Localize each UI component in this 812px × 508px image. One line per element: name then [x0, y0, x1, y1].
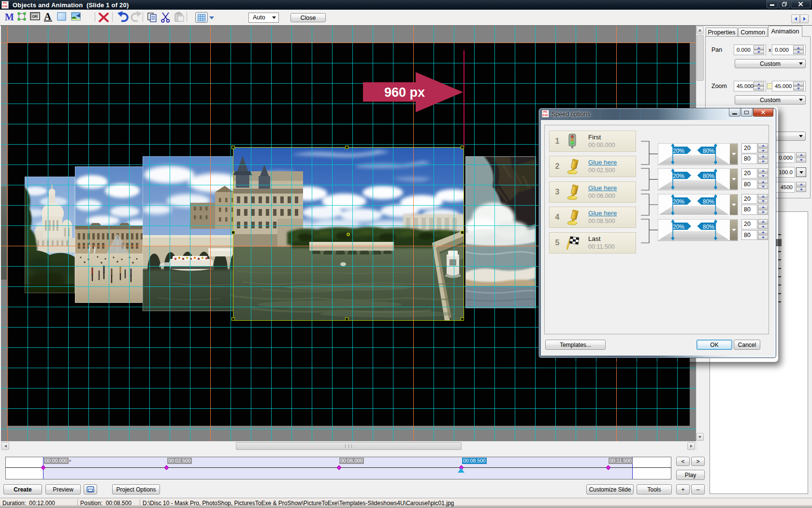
svg-text:20%: 20% — [673, 148, 684, 154]
svg-text:20%: 20% — [673, 198, 684, 205]
svg-text:A: A — [44, 11, 52, 22]
svg-text:960 px: 960 px — [384, 85, 425, 100]
svg-text:80%: 80% — [703, 173, 714, 179]
svg-text:80%: 80% — [703, 198, 714, 205]
svg-text:20%: 20% — [673, 224, 684, 230]
svg-text:OK: OK — [32, 14, 38, 18]
svg-text:80%: 80% — [703, 148, 714, 154]
svg-text:M: M — [5, 12, 14, 22]
svg-text:20%: 20% — [673, 173, 684, 179]
svg-text:80%: 80% — [703, 224, 714, 230]
